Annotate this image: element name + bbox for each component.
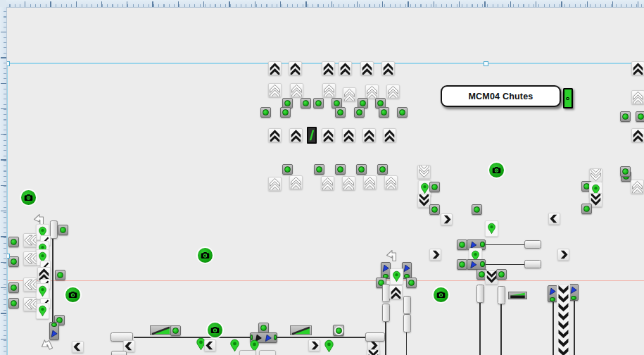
status-dot[interactable] [8,256,19,267]
black-chevron-down-icon[interactable] [417,194,431,208]
status-dot[interactable] [457,259,467,270]
black-chevron-up-icon[interactable] [631,61,644,75]
location-pin-icon[interactable] [229,339,240,352]
status-dot[interactable] [397,107,408,118]
white-chevron-up-icon[interactable] [268,83,282,97]
cylinder-shape[interactable] [382,304,390,322]
white-chevron-up-icon[interactable] [289,175,303,189]
status-dot[interactable] [335,107,346,118]
cylinder-shape[interactable] [476,285,484,303]
cylinder-shape[interactable] [524,260,541,268]
arrow-right-icon[interactable] [441,213,453,225]
status-dot[interactable] [356,164,367,175]
black-chevron-up-icon[interactable] [362,128,376,142]
black-chevron-up-icon[interactable] [631,128,644,142]
arrow-right-icon[interactable] [557,249,569,261]
gate-position-indicator[interactable] [307,127,317,144]
white-chevron-down-icon[interactable] [589,168,602,182]
camera-icon[interactable] [198,248,213,263]
status-dot[interactable] [280,107,291,118]
status-dot[interactable] [620,166,631,177]
cylinder-shape[interactable] [524,240,541,249]
status-dot[interactable] [377,164,388,175]
location-pin-icon[interactable] [390,268,403,285]
turn-arrow-icon[interactable] [40,338,56,353]
white-chevron-up-icon[interactable] [384,175,398,189]
cylinder-shape[interactable] [365,332,385,342]
arrow-left-icon[interactable] [123,340,135,352]
black-chevron-up-icon[interactable] [381,61,395,75]
arrow-right-icon[interactable] [308,340,320,351]
status-dot[interactable] [314,164,324,175]
black-chevron-up-icon[interactable] [322,128,335,142]
status-dot[interactable] [429,204,440,215]
camera-icon[interactable] [434,287,448,302]
black-chevron-up-icon[interactable] [383,128,396,142]
status-dot[interactable] [620,111,631,122]
black-chevron-up-icon[interactable] [289,61,302,75]
chevron-flow-strip[interactable] [557,285,569,355]
status-dot[interactable] [55,270,65,280]
status-dot[interactable] [335,164,346,175]
status-dot[interactable] [8,282,19,293]
location-pin-icon[interactable] [324,340,334,353]
location-pin-icon[interactable] [36,283,49,299]
camera-icon[interactable] [489,163,504,178]
cylinder-shape[interactable] [403,314,411,332]
white-chevron-up-icon[interactable] [386,85,400,99]
status-dot[interactable] [496,269,507,280]
black-chevron-up-icon[interactable] [360,61,374,75]
black-chevron-down-icon[interactable] [367,349,380,355]
cylinder-shape[interactable] [498,286,505,304]
cylinder-shape[interactable] [111,351,127,355]
door-indicator[interactable] [563,88,573,108]
white-chevron-up-icon[interactable] [321,176,334,190]
arrow-left-icon[interactable] [548,213,560,225]
flag-status-tile[interactable] [548,285,557,302]
white-chevron-left-icon[interactable] [23,251,37,266]
camera-icon[interactable] [21,190,36,205]
status-dot[interactable] [282,164,293,175]
status-dot[interactable] [333,325,344,336]
status-dot[interactable] [313,98,324,108]
location-pin-icon[interactable] [485,220,498,237]
flag-status-tile[interactable] [381,262,391,279]
ramp-indicator[interactable] [290,325,312,335]
arrow-right-icon[interactable] [429,249,441,261]
status-dot[interactable] [354,107,365,118]
black-chevron-up-icon[interactable] [289,128,303,142]
white-chevron-up-icon[interactable] [343,87,356,101]
white-chevron-left-icon[interactable] [23,233,37,247]
white-chevron-up-icon[interactable] [290,83,303,97]
flag-status-tile[interactable] [467,259,486,270]
cylinder-shape[interactable] [382,284,390,302]
partial-tile[interactable] [259,350,276,355]
white-chevron-down-icon[interactable] [417,165,431,179]
partial-tile[interactable] [239,350,256,355]
black-chevron-up-icon[interactable] [322,61,335,75]
status-dot[interactable] [429,182,440,192]
black-chevron-up-icon[interactable] [268,128,282,142]
black-chevron-up-icon[interactable] [268,61,282,75]
ramp-indicator[interactable] [508,292,527,299]
status-dot[interactable] [457,239,467,250]
status-dot[interactable] [170,325,181,336]
arrow-left-icon[interactable] [204,340,216,351]
white-chevron-up-icon[interactable] [363,175,377,189]
status-dot[interactable] [8,298,19,309]
camera-icon[interactable] [208,323,222,337]
cylinder-shape[interactable] [403,296,411,314]
white-chevron-up-icon[interactable] [268,177,282,191]
white-chevron-up-icon[interactable] [365,85,379,99]
selection-handle[interactable] [484,61,488,66]
black-chevron-up-icon[interactable] [342,128,355,142]
white-chevron-left-icon[interactable] [23,297,37,311]
camera-icon[interactable] [65,287,80,302]
black-chevron-up-icon[interactable] [389,285,403,299]
status-dot[interactable] [581,204,592,214]
flag-status-tile[interactable] [402,262,412,279]
status-dot[interactable] [260,107,271,118]
status-dot[interactable] [258,323,269,333]
status-dot[interactable] [406,278,417,288]
arrow-left-icon[interactable] [72,341,84,353]
